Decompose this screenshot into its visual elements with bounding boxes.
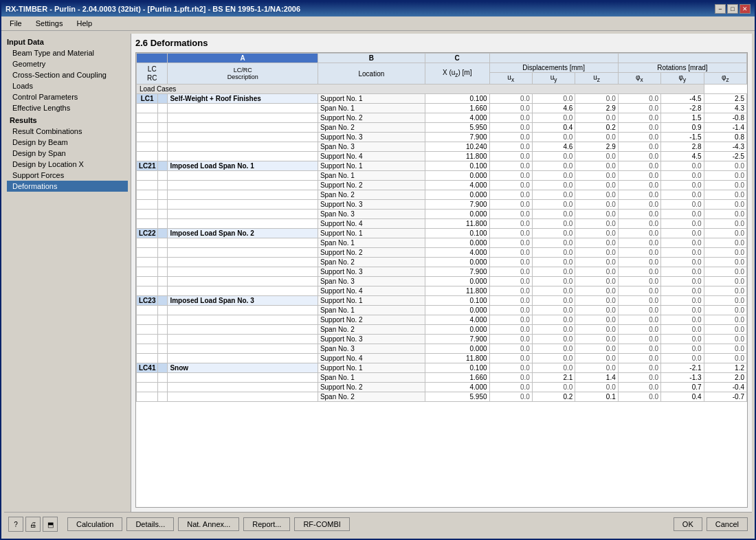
phiz-cell: 4.3	[704, 104, 746, 113]
sidebar-item-result-combinations[interactable]: Result Combinations	[7, 126, 128, 137]
cancel-button[interactable]: Cancel	[707, 517, 748, 531]
lc-number-cell	[137, 258, 158, 267]
phix-cell: 0.0	[618, 123, 660, 133]
lc-number-cell	[137, 286, 158, 296]
lc-number-cell	[137, 104, 158, 113]
table-row: Support No. 37.9000.00.00.00.0-1.50.8	[137, 133, 747, 142]
lc-desc-cell	[168, 171, 318, 181]
lc-number-cell	[137, 325, 158, 335]
phiy-cell: 0.0	[661, 315, 704, 325]
table-container[interactable]: A B C LC RC	[135, 52, 748, 508]
report-button[interactable]: Report...	[243, 517, 290, 531]
sidebar-item-beam-type[interactable]: Beam Type and Material	[7, 47, 128, 58]
sidebar-item-design-by-span[interactable]: Design by Span	[7, 148, 128, 159]
uy-cell: 0.0	[532, 344, 575, 354]
maximize-button[interactable]: □	[727, 4, 738, 14]
close-button[interactable]: ✕	[740, 4, 751, 14]
uy-cell: 0.0	[532, 267, 575, 277]
ux-header: ux	[489, 73, 532, 85]
lc-desc-cell	[168, 286, 318, 296]
phix-cell: 0.0	[618, 113, 660, 123]
lc-number-cell	[137, 238, 158, 248]
menu-help[interactable]: Help	[71, 18, 98, 29]
lc-rc-line1: LC/RC	[170, 67, 315, 74]
sidebar-item-effective-lengths[interactable]: Effective Lengths	[7, 102, 128, 113]
export-icon[interactable]: ⬒	[43, 517, 58, 532]
menu-file[interactable]: File	[4, 18, 27, 29]
lc-desc-cell	[168, 133, 318, 142]
lc-desc-cell	[168, 277, 318, 286]
table-row: Support No. 411.8000.00.00.00.00.00.0	[137, 286, 747, 296]
phiy-cell: 0.0	[661, 286, 704, 296]
uy-cell: 0.0	[532, 258, 575, 267]
lc-desc-cell	[168, 344, 318, 354]
sidebar-item-deformations[interactable]: Deformations	[7, 181, 128, 192]
results-label: Results	[7, 115, 128, 126]
ok-button[interactable]: OK	[674, 517, 702, 531]
table-row: Span No. 11.6600.02.11.40.0-1.32.0	[137, 373, 747, 383]
lc-desc-cell: Self-Weight + Roof Finishes	[168, 94, 318, 104]
lc-secondary-cell	[158, 373, 168, 383]
phiz-cell: 0.0	[704, 344, 746, 354]
location-cell: Support No. 4	[318, 354, 425, 363]
location-cell: Support No. 2	[318, 113, 425, 123]
table-row: Support No. 24.0000.00.00.00.00.7-0.4	[137, 383, 747, 392]
lc-desc-cell	[168, 354, 318, 363]
uz-cell: 0.0	[575, 229, 618, 238]
sidebar-item-support-forces[interactable]: Support Forces	[7, 170, 128, 181]
bottom-toolbar: ? 🖨 ⬒ Calculation Details... Nat. Annex.…	[4, 512, 752, 536]
table-row: Support No. 24.0000.00.00.00.01.5-0.8	[137, 113, 747, 123]
lc-desc-cell	[168, 123, 318, 133]
phiz-cell: 0.0	[704, 219, 746, 229]
ux-cell: 0.0	[489, 373, 532, 383]
sidebar-item-loads[interactable]: Loads	[7, 80, 128, 91]
uy-cell: 0.0	[532, 229, 575, 238]
help-icon[interactable]: ?	[8, 517, 23, 532]
lc-secondary-cell	[158, 344, 168, 354]
location-cell: Span No. 3	[318, 142, 425, 152]
location-cell: Support No. 2	[318, 315, 425, 325]
uy-cell: 0.0	[532, 219, 575, 229]
x-cell: 7.900	[425, 335, 489, 344]
lc-secondary-cell	[158, 354, 168, 363]
phiy-header: φy	[661, 73, 704, 85]
calculation-button[interactable]: Calculation	[67, 517, 122, 531]
lc-number-cell: LC1	[137, 94, 158, 104]
uz-cell: 0.0	[575, 258, 618, 267]
lc-desc-cell	[168, 200, 318, 210]
menu-settings[interactable]: Settings	[30, 18, 69, 29]
sidebar-item-cross-section[interactable]: Cross-Section and Coupling	[7, 69, 128, 80]
lc-secondary-cell	[158, 142, 168, 152]
rf-combi-button[interactable]: RF-COMBI	[294, 517, 349, 531]
lc-secondary-cell	[158, 104, 168, 113]
ux-cell: 0.0	[489, 315, 532, 325]
lc-number-cell: LC41	[137, 363, 158, 373]
print-icon[interactable]: 🖨	[25, 517, 41, 532]
ux-cell: 0.0	[489, 152, 532, 161]
ux-cell: 0.0	[489, 171, 532, 181]
phiy-cell: 0.0	[661, 200, 704, 210]
x-cell: 5.950	[425, 392, 489, 402]
table-row: LC41SnowSupport No. 10.1000.00.00.00.0-2…	[137, 363, 747, 373]
sidebar-item-design-by-beam[interactable]: Design by Beam	[7, 137, 128, 148]
phiy-cell: 0.0	[661, 171, 704, 181]
rc-label: RC	[147, 74, 157, 82]
ux-cell: 0.0	[489, 325, 532, 335]
location-cell: Span No. 2	[318, 392, 425, 402]
table-row: LC22Imposed Load Span No. 2Support No. 1…	[137, 229, 747, 238]
sidebar-item-geometry[interactable]: Geometry	[7, 58, 128, 69]
lc-number-cell	[137, 133, 158, 142]
uz-cell: 0.0	[575, 94, 618, 104]
x-cell: 1.660	[425, 104, 489, 113]
x-cell: 0.100	[425, 161, 489, 171]
ux-cell: 0.0	[489, 133, 532, 142]
uz-cell: 0.0	[575, 219, 618, 229]
nat-annex-button[interactable]: Nat. Annex...	[178, 517, 239, 531]
sidebar-item-control-params[interactable]: Control Parameters	[7, 91, 128, 102]
phiy-cell: 0.0	[661, 238, 704, 248]
uz-cell: 0.0	[575, 113, 618, 123]
details-button[interactable]: Details...	[126, 517, 174, 531]
minimize-button[interactable]: −	[715, 4, 726, 14]
sidebar-item-design-by-location[interactable]: Design by Location X	[7, 159, 128, 170]
lc-desc-cell	[168, 335, 318, 344]
